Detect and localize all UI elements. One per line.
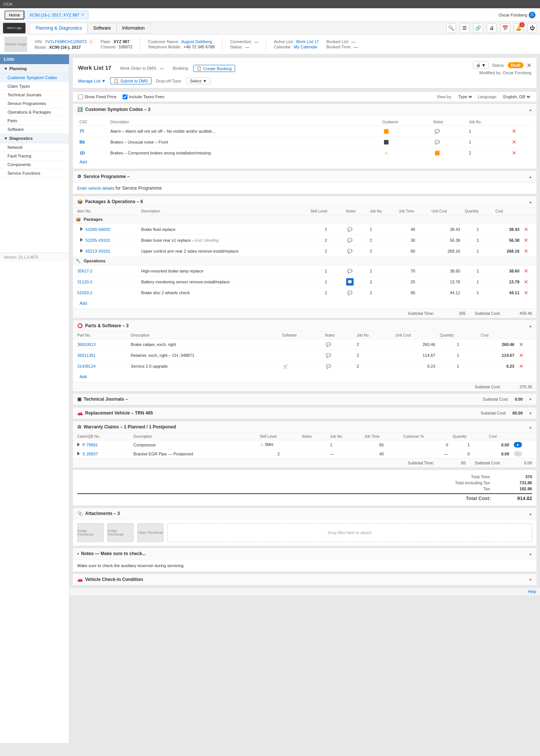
- sidebar-group-diagnostics[interactable]: ▼ Diagnostics: [0, 134, 69, 143]
- notes-part-3[interactable]: 💬: [325, 362, 332, 370]
- packages-toggle[interactable]: [529, 199, 532, 204]
- claim-no-2[interactable]: S 29837: [82, 452, 98, 456]
- sidebar-group-planning[interactable]: ▼ Planning: [0, 64, 69, 73]
- notes-op-2[interactable]: 💬: [346, 278, 354, 286]
- expand-pkg-2[interactable]: [80, 238, 83, 242]
- vin-link[interactable]: YV1LF68BCH1105072: [45, 39, 87, 44]
- service-prog-toggle[interactable]: [529, 174, 532, 179]
- warranty-toggle[interactable]: [529, 424, 532, 430]
- language-select[interactable]: English, GB: [502, 94, 531, 99]
- enter-vehicle-link[interactable]: Enter vehicle details: [77, 186, 114, 190]
- notes-op-1[interactable]: 💬: [346, 267, 354, 275]
- parts-add-button[interactable]: Add: [77, 373, 89, 380]
- help-link[interactable]: Help: [528, 589, 536, 594]
- part-no-2[interactable]: 36011361: [77, 353, 96, 358]
- sidebar-item-software[interactable]: Software: [0, 125, 69, 134]
- notes-pkg-2[interactable]: 💬: [346, 237, 354, 244]
- notes-toggle[interactable]: [529, 551, 532, 556]
- manage-list-button[interactable]: Manage List ▼: [78, 79, 106, 83]
- notes-op-3[interactable]: 💬: [346, 289, 354, 296]
- expand-claim-2[interactable]: [77, 452, 80, 455]
- power-button[interactable]: ⏻: [527, 23, 537, 33]
- customer-link[interactable]: August Dahlberg: [181, 39, 212, 44]
- delete-op-2[interactable]: ✕: [524, 279, 528, 285]
- vehicle-checkin-toggle[interactable]: [529, 577, 532, 582]
- notes-icon-2[interactable]: 💬: [434, 138, 441, 146]
- parts-toggle[interactable]: [529, 323, 532, 328]
- csc-section-header[interactable]: ℹ️ Customer Symptom Codes – 3: [73, 104, 537, 115]
- csc-add-button[interactable]: Add: [77, 158, 89, 166]
- packages-header[interactable]: 📦 Packages & Operations – 6: [73, 196, 537, 208]
- item-no-pkg-3[interactable]: 65213-X9101: [86, 249, 110, 253]
- csc-code-1[interactable]: 7T: [77, 126, 108, 137]
- item-no-op-1[interactable]: 35617-2: [77, 269, 92, 273]
- expand-pkg-3[interactable]: [80, 249, 83, 253]
- sidebar-item-service-programmes[interactable]: Service Programmes: [0, 99, 69, 108]
- notes-pkg-3[interactable]: 💬: [346, 247, 354, 255]
- sidebar-item-parts[interactable]: Parts: [0, 117, 69, 125]
- delete-pkg-3[interactable]: ✕: [524, 248, 528, 254]
- sidebar-item-claim-types[interactable]: Claim Types: [0, 82, 69, 91]
- attachments-toggle[interactable]: [529, 511, 532, 516]
- drop-off-select[interactable]: Select ▼: [186, 78, 210, 84]
- submit-dms-button[interactable]: 📋 Submit to DMS: [110, 77, 152, 84]
- sidebar-item-customer-symptom-codes[interactable]: Customer Symptom Codes: [0, 73, 69, 82]
- calendar-button[interactable]: 📅: [500, 23, 510, 33]
- include-taxes-fees-label[interactable]: Include Taxes Fees: [123, 94, 165, 99]
- calendar-link[interactable]: My Calendar: [294, 45, 317, 49]
- notes-header[interactable]: ▪ Notes — Make sure to check...: [73, 548, 537, 560]
- item-no-pkg-1[interactable]: 51040-S6002: [86, 227, 110, 232]
- printer-button[interactable]: 🖨: [487, 23, 496, 33]
- delete-op-1[interactable]: ✕: [524, 268, 528, 274]
- show-fixed-price-label[interactable]: Show Fixed Price: [78, 94, 117, 99]
- claim-no-1[interactable]: P 79891: [82, 443, 98, 447]
- include-taxes-fees-checkbox[interactable]: [123, 94, 128, 99]
- expand-pkg-1[interactable]: [80, 227, 83, 231]
- sidebar-item-network[interactable]: Network: [0, 143, 69, 152]
- toggle-warranty-1[interactable]: ●: [514, 442, 522, 448]
- delete-part-2[interactable]: ✕: [519, 352, 524, 358]
- guidance-icon-1[interactable]: 🟧: [382, 127, 390, 135]
- guidance-icon-3[interactable]: ⚠: [382, 149, 390, 157]
- vehicle-tab[interactable]: XC90 (16-), 2017, XYZ 987 ✕: [25, 10, 88, 19]
- delete-row-3[interactable]: ✕: [512, 150, 516, 156]
- notes-part-2[interactable]: 💬: [325, 352, 332, 359]
- notes-pkg-1[interactable]: 💬: [346, 226, 354, 233]
- delete-row-1[interactable]: ✕: [512, 128, 516, 134]
- attachment-thumb-1[interactable]: Image Thumbnail: [77, 523, 104, 542]
- replacement-vehicle-header[interactable]: 🚗 Replacement Vehicle – TRN 465 Subtotal…: [73, 407, 537, 419]
- replacement-vehicle-toggle[interactable]: [529, 410, 532, 416]
- guidance-icon-2[interactable]: ⬛: [382, 138, 390, 146]
- home-tab[interactable]: Home: [4, 10, 24, 19]
- service-prog-header[interactable]: ⚙ Service Programme –: [73, 171, 537, 183]
- link-button[interactable]: 🔗: [473, 23, 483, 33]
- create-booking-button[interactable]: 📋 Create Booking: [193, 65, 235, 72]
- vehicle-checkin-header[interactable]: 🚗 Vehicle Check-in Condition: [73, 574, 537, 585]
- notification-button[interactable]: 🔔 2: [514, 23, 524, 33]
- csc-code-2[interactable]: B6: [77, 137, 108, 148]
- notes-icon-1[interactable]: 💬: [434, 127, 441, 135]
- technical-journals-header[interactable]: ▣ Technical Journals – Subtotal Cost: 0.…: [73, 394, 537, 405]
- tab-software[interactable]: Software: [87, 23, 116, 33]
- part-no-3[interactable]: 31438124: [77, 364, 96, 368]
- item-no-pkg-2[interactable]: 52205-X9101: [86, 238, 110, 243]
- view-by-select[interactable]: Type: [457, 94, 473, 99]
- sidebar-item-components[interactable]: Components: [0, 160, 69, 169]
- print-button[interactable]: 🖨 ▼: [473, 61, 489, 69]
- delete-op-3[interactable]: ✕: [524, 290, 528, 296]
- technical-journals-toggle[interactable]: [529, 397, 532, 402]
- toggle-warranty-2[interactable]: ○: [514, 451, 522, 457]
- attachment-thumb-3[interactable]: Video Thumbnail: [137, 523, 164, 542]
- active-list-link[interactable]: Work List 17: [296, 39, 319, 44]
- csc-toggle-icon[interactable]: [529, 107, 532, 112]
- notes-icon-3[interactable]: 🟧: [434, 149, 441, 157]
- close-worklist-button[interactable]: ✕: [526, 62, 531, 69]
- sidebar-item-fault-tracing[interactable]: Fault Tracing: [0, 152, 69, 160]
- notes-part-1[interactable]: 💬: [325, 341, 332, 348]
- item-no-op-3[interactable]: 51020-2: [77, 290, 92, 295]
- delete-part-3[interactable]: ✕: [519, 363, 524, 369]
- packages-add-button[interactable]: Add: [77, 299, 89, 307]
- item-no-op-2[interactable]: 31120-2: [77, 280, 92, 284]
- software-cart-icon[interactable]: 🛒: [282, 362, 290, 370]
- sidebar-item-operations-packages[interactable]: Operations & Packages: [0, 108, 69, 117]
